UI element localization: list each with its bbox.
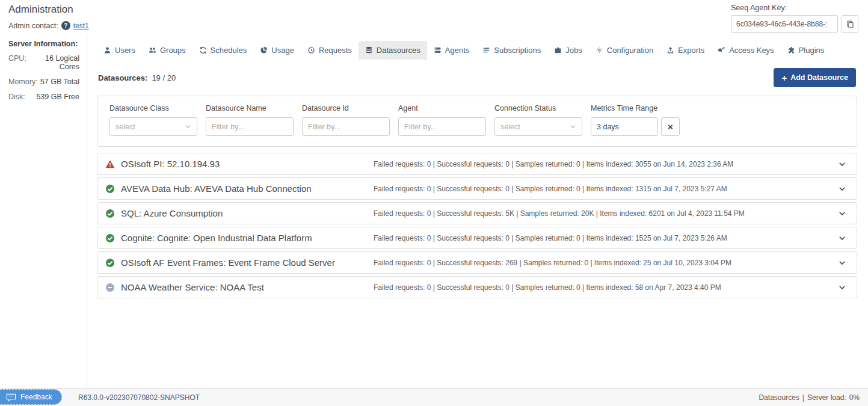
footer-context: Datasources — [759, 393, 799, 402]
datasource-title: OSIsoft PI: 52.10.194.93 — [121, 159, 220, 169]
plugin-icon — [787, 46, 795, 54]
tab-label: Schedules — [211, 46, 247, 55]
tab-usage[interactable]: Usage — [253, 41, 301, 60]
server-load-value: 0% — [849, 393, 860, 402]
datasource-row[interactable]: NOAA Weather Service: NOAA TestFailed re… — [97, 276, 857, 298]
datasources-count-row: Datasources: 19 / 20 + Add Datasource — [98, 68, 856, 87]
datasource-row-header: OSIsoft PI: 52.10.194.93 — [105, 159, 374, 169]
filter-label: Connection Status — [494, 104, 582, 112]
tab-exports[interactable]: Exports — [660, 41, 711, 60]
filter-field-metrics-time-range: Metrics Time Range× — [591, 104, 680, 136]
tab-groups[interactable]: Groups — [142, 41, 192, 60]
select-placeholder: select — [500, 123, 520, 131]
server-info-label: Disk: — [8, 93, 25, 101]
main-content: UsersGroupsSchedulesUsageRequestsDatasou… — [87, 35, 868, 388]
tab-label: Subscriptions — [494, 46, 541, 55]
filter-select-datasource-class[interactable]: select — [109, 117, 197, 136]
help-icon[interactable]: ? — [61, 21, 70, 30]
filter-select-connection-status[interactable]: select — [494, 117, 582, 136]
tab-bar: UsersGroupsSchedulesUsageRequestsDatasou… — [97, 41, 857, 60]
datasource-row-header: AVEVA Data Hub: AVEVA Data Hub Connectio… — [105, 183, 374, 194]
chevron-down-icon — [570, 123, 576, 130]
expand-row-button[interactable] — [836, 159, 849, 170]
connected-icon — [105, 233, 115, 243]
version-text: R63.0.0-v202307070802-SNAPSHOT — [78, 393, 200, 402]
filter-label: Metrics Time Range — [591, 104, 680, 112]
tab-requests[interactable]: Requests — [301, 41, 359, 60]
tab-access-keys[interactable]: Access Keys — [711, 41, 780, 60]
agent-key-section: Seeq Agent Key: — [731, 4, 858, 33]
tab-configuration[interactable]: Configuration — [589, 41, 660, 60]
plus-icon: + — [781, 73, 787, 82]
expand-row-button[interactable] — [836, 208, 849, 219]
datasource-stats: Failed requests: 0 | Successful requests… — [374, 234, 831, 242]
agent-key-input[interactable] — [731, 15, 838, 33]
tab-jobs[interactable]: Jobs — [547, 41, 588, 60]
datasource-list: OSIsoft PI: 52.10.194.93Failed requests:… — [97, 153, 857, 298]
users-icon — [149, 46, 156, 54]
server-info-label: CPU: — [8, 54, 26, 71]
datasource-row-header: Cognite: Cognite: Open Industrial Data P… — [105, 233, 374, 243]
datasource-row[interactable]: AVEVA Data Hub: AVEVA Data Hub Connectio… — [97, 177, 857, 200]
datasource-stats: Failed requests: 0 | Successful requests… — [374, 283, 831, 292]
filter-input-datasource-id[interactable] — [302, 117, 390, 136]
disabled-icon — [105, 283, 115, 292]
tab-plugins[interactable]: Plugins — [781, 41, 831, 60]
feedback-chat-icon — [6, 393, 16, 402]
footer-status: Datasources | Server load: 0% — [759, 393, 860, 402]
server-info-sidebar: Server Information: CPU:16 Logical Cores… — [0, 35, 87, 388]
copy-icon — [846, 20, 855, 29]
tab-label: Access Keys — [729, 46, 774, 55]
server-info-value: 57 GB Total — [40, 78, 79, 86]
add-datasource-button[interactable]: + Add Datasource — [774, 68, 856, 87]
administration-page: Administration Admin contact: ? test1 Se… — [0, 0, 868, 406]
filter-input-datasource-name[interactable] — [206, 117, 294, 136]
chevron-down-icon — [185, 123, 191, 130]
filter-input-agent[interactable] — [398, 117, 486, 136]
server-info-row-cpu: CPU:16 Logical Cores — [8, 54, 79, 71]
copy-agent-key-button[interactable] — [842, 15, 858, 33]
feedback-button[interactable]: Feedback — [0, 389, 62, 405]
tab-label: Plugins — [799, 46, 825, 55]
tab-label: Agents — [445, 46, 469, 55]
expand-row-button[interactable] — [836, 183, 849, 194]
agent-key-label: Seeq Agent Key: — [731, 4, 858, 12]
datasource-title: Cognite: Cognite: Open Industrial Data P… — [121, 233, 312, 243]
server-info-label: Memory: — [8, 78, 38, 86]
tab-users[interactable]: Users — [97, 41, 142, 60]
tab-schedules[interactable]: Schedules — [192, 41, 254, 60]
expand-row-button[interactable] — [836, 282, 849, 293]
admin-contact-link[interactable]: test1 — [73, 22, 89, 30]
briefcase-icon — [554, 46, 562, 54]
tab-datasources[interactable]: Datasources — [359, 41, 427, 60]
tab-label: Usage — [271, 46, 294, 55]
clear-filter-button[interactable]: × — [661, 117, 680, 136]
connected-icon — [105, 258, 115, 268]
tab-subscriptions[interactable]: Subscriptions — [476, 41, 547, 60]
server-info-value: 16 Logical Cores — [26, 54, 79, 71]
datasource-row-header: SQL: Azure Consumption — [105, 208, 374, 218]
datasource-row[interactable]: Cognite: Cognite: Open Industrial Data P… — [97, 227, 857, 249]
server-info-row-memory: Memory:57 GB Total — [8, 78, 79, 86]
chevron-down-icon — [838, 234, 846, 242]
page-header: Administration Admin contact: ? test1 Se… — [0, 0, 868, 35]
datasource-stats: Failed requests: 0 | Successful requests… — [374, 160, 831, 168]
user-icon — [103, 46, 111, 54]
datasource-title: NOAA Weather Service: NOAA Test — [121, 282, 264, 292]
datasource-row[interactable]: OSIsoft PI: 52.10.194.93Failed requests:… — [97, 153, 857, 175]
datasource-row[interactable]: SQL: Azure ConsumptionFailed requests: 0… — [97, 202, 857, 224]
tab-agents[interactable]: Agents — [427, 41, 476, 60]
database-icon — [365, 46, 373, 54]
server-info-row-disk: Disk:539 GB Free — [8, 93, 79, 101]
expand-row-button[interactable] — [836, 233, 849, 244]
datasource-stats: Failed requests: 0 | Successful requests… — [374, 209, 831, 218]
filter-input-metrics-time-range[interactable] — [591, 117, 658, 136]
export-icon — [666, 46, 674, 54]
datasource-title: OSIsoft AF Event Frames: Event Frame Clo… — [121, 257, 335, 268]
server-load-label: Server load: — [807, 393, 846, 402]
expand-row-button[interactable] — [836, 257, 849, 268]
datasource-row[interactable]: OSIsoft AF Event Frames: Event Frame Clo… — [97, 251, 857, 274]
pie-chart-icon — [260, 46, 268, 54]
chevron-down-icon — [838, 185, 846, 193]
filter-field-agent: Agent — [398, 104, 486, 136]
